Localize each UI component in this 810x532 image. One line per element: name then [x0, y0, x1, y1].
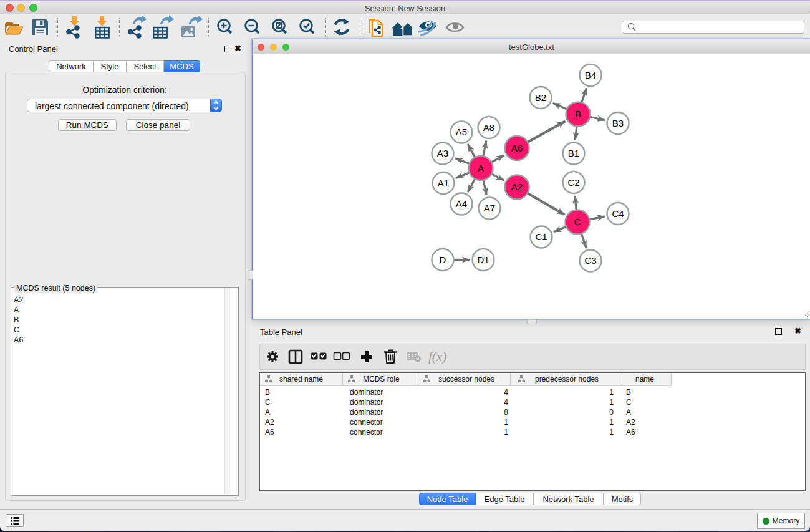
svg-text:A2: A2: [511, 181, 523, 192]
svg-text:C2: C2: [567, 177, 579, 188]
svg-text:A7: A7: [484, 203, 495, 213]
svg-text:B: B: [575, 109, 581, 119]
svg-text:A4: A4: [456, 198, 467, 209]
svg-text:A6: A6: [511, 143, 523, 153]
svg-text:C3: C3: [584, 255, 596, 266]
svg-text:C1: C1: [535, 231, 547, 242]
svg-text:B4: B4: [585, 70, 596, 80]
svg-text:A3: A3: [437, 148, 448, 158]
svg-text:B3: B3: [612, 118, 624, 128]
svg-text:A5: A5: [456, 127, 467, 137]
svg-text:A: A: [478, 163, 484, 173]
svg-text:A8: A8: [483, 122, 494, 133]
svg-text:A1: A1: [438, 178, 449, 188]
svg-text:D1: D1: [477, 254, 489, 265]
svg-text:B1: B1: [568, 148, 579, 158]
svg-text:f(x): f(x): [428, 349, 446, 364]
svg-text:C4: C4: [612, 208, 624, 219]
svg-text:D: D: [440, 254, 446, 265]
svg-text:C: C: [574, 216, 581, 227]
svg-text:B2: B2: [535, 92, 546, 103]
